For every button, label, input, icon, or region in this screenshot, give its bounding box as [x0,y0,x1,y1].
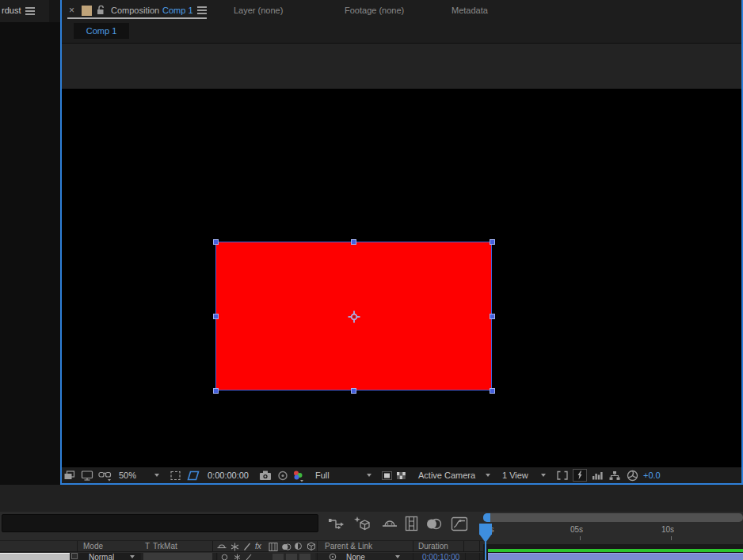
switch-box[interactable] [272,554,284,560]
time-ruler[interactable] [483,522,743,545]
collapse-switch-icon[interactable] [234,554,241,560]
selection-handle-bottom-center[interactable] [351,388,356,394]
selection-handle-mid-left[interactable] [213,314,219,319]
row-separator [479,553,480,560]
view-layout-chevron-icon[interactable] [541,474,546,477]
frame-blending-icon[interactable] [404,516,420,532]
selection-handle-top-left[interactable] [213,239,219,245]
pasteboard [62,44,741,89]
adjustment-layer-column-icon[interactable] [295,543,302,550]
frame-blend-column-icon[interactable] [269,543,278,551]
quality-slash-icon[interactable] [246,554,252,560]
anchor-point-icon[interactable] [348,310,360,323]
magnification-chevron-icon[interactable] [154,474,159,477]
after-effects-window: rdust × Composition Comp 1 Layer (none) … [0,0,743,560]
view-layout-select[interactable]: 1 View [502,470,528,480]
graph-editor-icon[interactable] [451,516,468,531]
show-last-snapshot-icon[interactable] [277,470,288,481]
parent-value[interactable]: None [346,553,365,560]
panel-grip-icon[interactable] [82,6,92,16]
effects-column-icon[interactable]: fx [255,542,261,550]
composition-panel: × Composition Comp 1 Layer (none) Footag… [60,0,743,485]
parent-chevron-icon[interactable] [395,555,400,558]
transparency-grid-icon[interactable] [395,470,407,481]
resolution-select[interactable]: Full [315,470,330,480]
resolution-chevron-icon[interactable] [367,474,372,477]
tab-layer[interactable]: Layer (none) [234,6,283,15]
duration-value[interactable]: 0:00:10:00 [422,553,459,560]
exposure-value[interactable]: +0.0 [643,470,661,480]
column-separator [463,541,464,551]
column-mode[interactable]: Mode [83,542,103,550]
share-view-options-icon[interactable] [556,470,569,481]
draft-3d-icon[interactable] [353,516,372,532]
3d-view-chevron-icon[interactable] [486,474,490,477]
3d-view-select[interactable]: Active Camera [418,470,475,480]
mode-chevron-icon [130,555,135,558]
motion-blur-column-icon[interactable] [281,543,291,551]
viewer-tab-comp1[interactable]: Comp 1 [74,23,129,39]
channel-settings-icon[interactable] [291,470,306,482]
close-icon[interactable]: × [69,5,74,16]
switch-box[interactable] [286,554,297,560]
quality-switch-icon[interactable] [221,554,228,560]
fast-previews-icon[interactable] [591,470,604,481]
mini-flowchart-icon[interactable] [328,517,345,531]
left-panel-header[interactable]: rdust [0,0,60,22]
layer-label-chip[interactable] [71,553,78,559]
panel-menu-icon[interactable] [25,10,35,12]
navigator-start-handle[interactable] [483,513,490,522]
panel-options-icon[interactable] [197,10,207,11]
mode-dropdown[interactable]: Normal [79,553,141,560]
selection-handle-top-right[interactable] [490,239,495,245]
selected-layer-name-cell[interactable] [0,553,70,560]
viewer-tab-row: Comp 1 [62,21,741,44]
pixel-aspect-correction-button[interactable] [573,469,587,482]
column-separator [413,541,413,551]
mode-value: Normal [89,553,114,560]
3d-layer-column-icon[interactable] [307,542,316,551]
timeline-search-input[interactable] [2,514,318,532]
reset-exposure-icon[interactable] [627,470,638,482]
grid-guide-options-icon[interactable] [187,470,200,481]
column-t[interactable]: T [145,542,150,550]
selection-handle-mid-right[interactable] [490,314,495,319]
panel-doc-name[interactable]: Comp 1 [162,6,193,15]
tab-footage[interactable]: Footage (none) [345,6,404,15]
column-parent-link[interactable]: Parent & Link [325,542,372,550]
selection-handle-top-center[interactable] [351,239,356,245]
main-view-icon[interactable] [81,470,93,481]
timeline-network-icon[interactable] [608,470,621,481]
trkmat-cell[interactable] [143,553,212,560]
ruler-tick-10s [671,536,672,540]
stereo-3d-glasses-icon[interactable] [98,470,112,482]
comp-timecode[interactable]: 0:00:00:00 [208,470,249,480]
quality-column-icon[interactable] [243,543,251,551]
layer-duration-bar[interactable] [488,553,743,560]
region-of-interest-icon[interactable] [170,470,181,481]
motion-blur-icon[interactable] [425,517,443,531]
pickwhip-icon[interactable] [329,553,337,560]
composition-viewport[interactable] [62,89,741,467]
column-separator [77,541,78,551]
lock-icon[interactable] [96,5,106,16]
row-separator [317,553,318,560]
shy-column-icon[interactable] [217,543,227,550]
magnification-select[interactable]: 50% [119,470,136,480]
snapshot-camera-icon[interactable] [259,470,272,481]
timeline-navigator-bar[interactable] [483,513,743,522]
column-trkmat[interactable]: TrkMat [153,542,177,550]
parent-link-cell: None [318,553,413,560]
playhead-line[interactable] [485,542,486,560]
collapse-transformations-column-icon[interactable] [231,543,239,551]
switch-box[interactable] [299,554,311,560]
target-region-icon[interactable] [381,470,393,481]
selection-handle-bottom-left[interactable] [213,388,219,394]
always-preview-icon[interactable] [63,470,76,481]
shy-icon[interactable] [381,518,398,530]
tab-metadata[interactable]: Metadata [452,6,488,15]
panel-label[interactable]: Composition [111,6,159,15]
selection-handle-bottom-right[interactable] [490,388,495,394]
layer-row[interactable]: Normal None [0,553,483,560]
column-duration[interactable]: Duration [418,542,448,550]
